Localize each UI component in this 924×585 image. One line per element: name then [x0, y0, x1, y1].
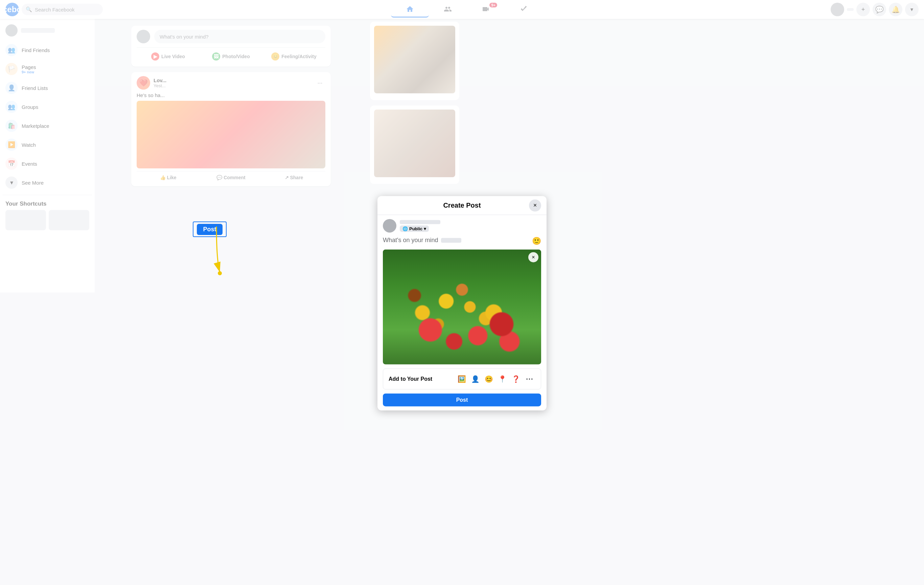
modal-user-row: 🌐 Public ▾	[383, 219, 462, 232]
modal-body: 🌐 Public ▾ What's on your mind 🙂 × Add t…	[378, 215, 462, 292]
create-post-modal: Create Post × 🌐 Public ▾ What's on your …	[378, 196, 462, 292]
modal-text-area: What's on your mind 🙂	[383, 237, 462, 246]
placeholder-blur	[441, 238, 461, 242]
modal-avatar	[383, 219, 396, 232]
modal-image-container: ×	[383, 250, 462, 292]
modal-placeholder[interactable]: What's on your mind	[383, 237, 461, 244]
modal-header: Create Post ×	[378, 196, 462, 215]
privacy-label: Public	[409, 226, 422, 231]
modal-username	[400, 220, 441, 224]
modal-uploaded-image	[383, 250, 462, 292]
privacy-chevron-icon: ▾	[424, 226, 426, 231]
placeholder-text: What's on your mind	[383, 237, 438, 244]
modal-user-info: 🌐 Public ▾	[400, 220, 441, 232]
modal-privacy-selector[interactable]: 🌐 Public ▾	[400, 225, 429, 232]
privacy-icon: 🌐	[403, 226, 408, 231]
modal-title: Create Post	[443, 201, 462, 209]
